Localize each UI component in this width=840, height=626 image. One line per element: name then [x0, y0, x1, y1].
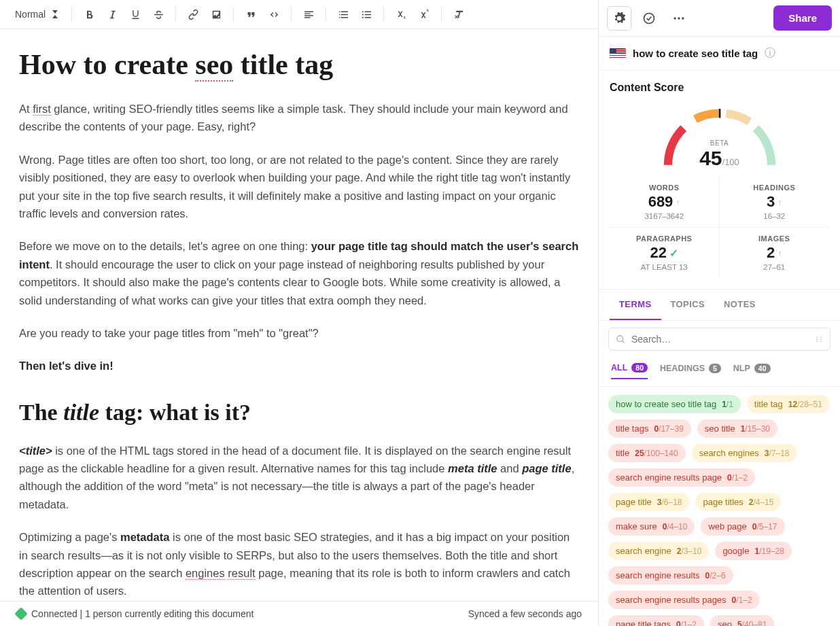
term-chip[interactable]: title tag12/28–51 [747, 395, 830, 413]
term-chip[interactable]: title25/100–140 [608, 444, 686, 462]
info-icon[interactable]: ⓘ [765, 46, 775, 60]
tab-notes[interactable]: NOTES [714, 290, 765, 320]
paragraph[interactable]: Before we move on to the details, let's … [19, 237, 579, 309]
metric: WORDS689↑3167–3642 [610, 177, 720, 228]
score-title: Content Score [610, 82, 829, 94]
editor-content[interactable]: How to create seo title tag At first gla… [0, 29, 598, 601]
clear-format-button[interactable] [449, 4, 469, 24]
italic-button[interactable] [102, 4, 122, 24]
svg-point-6 [682, 17, 684, 19]
subtabs: ALL80 HEADINGS5 NLP40 [599, 358, 840, 387]
svg-point-8 [617, 335, 623, 341]
document-h2[interactable]: The title tag: what is it? [19, 400, 579, 425]
term-chip[interactable]: search engines3/7–18 [692, 444, 797, 462]
share-button[interactable]: Share [773, 5, 832, 31]
score-section: Content Score BETA 45/100 WORDS689↑3167–… [599, 71, 840, 290]
editor-toolbar: Normal [0, 0, 598, 29]
code-button[interactable] [264, 4, 284, 24]
svg-point-13 [820, 336, 822, 338]
connection-status-icon [14, 607, 28, 621]
term-chip[interactable]: search engine results pages0/1–2 [608, 591, 760, 609]
paragraph[interactable]: Then let's dive in! [19, 357, 579, 375]
bullet-list-button[interactable] [356, 4, 377, 24]
term-chip[interactable]: seo title1/15–30 [697, 419, 777, 438]
term-chip[interactable]: seo5/40–81 [710, 615, 774, 626]
document-h1[interactable]: How to create seo title tag [19, 48, 579, 81]
term-chip[interactable]: title tags0/17–39 [608, 419, 691, 438]
more-icon[interactable] [667, 6, 691, 31]
blockquote-button[interactable] [241, 4, 261, 24]
svg-point-1 [362, 14, 363, 15]
metric: HEADINGS3↑16–32 [720, 177, 830, 228]
svg-point-5 [678, 17, 680, 19]
term-chip[interactable]: make sure0/4–10 [608, 517, 695, 536]
score-gauge: BETA 45/100 [655, 102, 784, 170]
link-button[interactable] [183, 4, 203, 24]
superscript-button[interactable] [414, 4, 434, 24]
subtab-nlp[interactable]: NLP40 [733, 358, 771, 379]
panel-tabs: TERMS TOPICS NOTES [599, 290, 840, 321]
paragraph[interactable]: <title> is one of the HTML tags stored i… [19, 442, 579, 514]
bold-button[interactable] [79, 4, 99, 24]
paragraph[interactable]: Optimizing a page's metadata is one of t… [19, 528, 579, 600]
term-chip[interactable]: search engine2/3–10 [608, 542, 709, 560]
svg-point-0 [362, 11, 363, 12]
svg-point-11 [816, 338, 818, 340]
strikethrough-button[interactable] [148, 4, 169, 24]
paragraph[interactable]: Wrong. Page titles are often too short, … [19, 151, 579, 223]
keyword-row: how to create seo title tag ⓘ [599, 37, 840, 71]
metric: PARAGRAPHS22✓AT LEAST 13 [610, 228, 720, 278]
sort-icon[interactable] [815, 335, 823, 343]
term-chip[interactable]: page title tags0/1–2 [608, 615, 704, 626]
metric: IMAGES2↑27–61 [720, 228, 830, 278]
svg-point-12 [816, 341, 818, 342]
keyword-text: how to create seo title tag [633, 48, 758, 59]
term-chip[interactable]: how to create seo title tag1/1 [608, 395, 741, 413]
image-button[interactable] [206, 4, 226, 24]
tab-topics[interactable]: TOPICS [661, 290, 715, 320]
term-chip[interactable]: search engine results0/2–6 [608, 566, 733, 585]
subscript-button[interactable] [391, 4, 411, 24]
svg-point-3 [644, 13, 654, 23]
check-icon[interactable] [637, 6, 661, 31]
term-chip[interactable]: google1/19–28 [715, 542, 791, 560]
search-box[interactable] [608, 328, 830, 351]
term-chip[interactable]: page title3/6–18 [608, 493, 689, 511]
search-icon [616, 334, 626, 345]
svg-point-14 [820, 338, 822, 340]
term-chip[interactable]: web page0/5–17 [701, 517, 784, 536]
paragraph[interactable]: Are you ready to take your page titles f… [19, 324, 579, 342]
sync-status-text: Synced a few seconds ago [468, 608, 582, 619]
svg-point-4 [674, 17, 676, 19]
terms-list: how to create seo title tag1/1title tag1… [599, 387, 840, 626]
country-flag-icon [610, 48, 626, 59]
editor-area: Normal How to create seo title tag [0, 0, 599, 626]
subtab-headings[interactable]: HEADINGS5 [660, 358, 721, 379]
tab-terms[interactable]: TERMS [610, 290, 661, 320]
paragraph[interactable]: At first glance, writing SEO-friendly ti… [19, 100, 579, 136]
term-chip[interactable]: page titles2/4–15 [695, 493, 781, 511]
underline-button[interactable] [125, 4, 145, 24]
statusbar: Connected | 1 person currently editing t… [0, 601, 598, 626]
svg-point-2 [362, 16, 363, 18]
ordered-list-button[interactable] [333, 4, 353, 24]
svg-point-15 [820, 341, 822, 342]
side-header: Share [599, 0, 840, 37]
term-chip[interactable]: search engine results page0/1–2 [608, 468, 755, 487]
format-select[interactable]: Normal [8, 6, 65, 22]
svg-line-9 [622, 341, 624, 343]
svg-point-10 [816, 336, 818, 338]
connection-status-text: Connected | 1 person currently editing t… [31, 608, 253, 619]
subtab-all[interactable]: ALL80 [611, 358, 648, 379]
search-input[interactable] [631, 334, 809, 345]
align-button[interactable] [298, 4, 319, 24]
settings-icon[interactable] [607, 6, 631, 31]
side-panel: Share how to create seo title tag ⓘ Cont… [599, 0, 840, 626]
